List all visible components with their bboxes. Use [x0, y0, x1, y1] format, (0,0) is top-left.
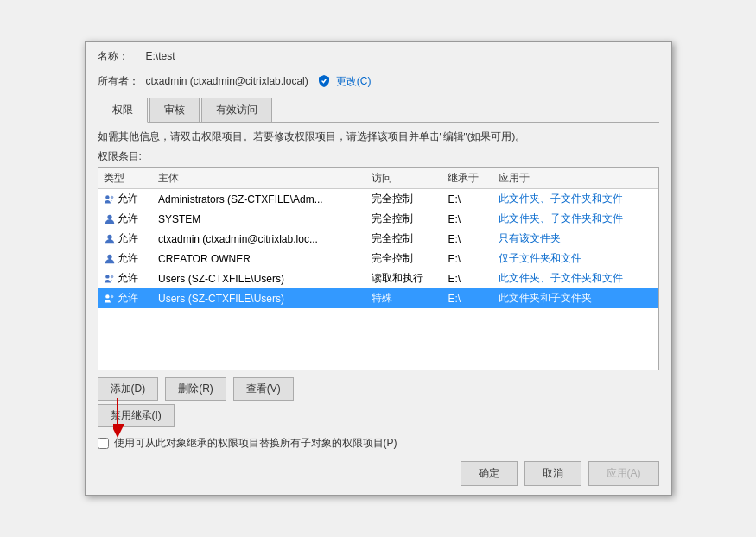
svg-point-2: [107, 214, 111, 218]
row-type-cell: 允许: [98, 209, 153, 229]
table-row[interactable]: 允许SYSTEM完全控制E:\此文件夹、子文件夹和文件: [98, 209, 658, 229]
cancel-button[interactable]: 取消: [524, 461, 581, 486]
ok-button[interactable]: 确定: [461, 461, 518, 486]
row-type-cell: 允许: [98, 249, 153, 268]
row-subject-cell: ctxadmin (ctxadmin@citrixlab.loc...: [153, 229, 367, 249]
view-button[interactable]: 查看(V): [233, 377, 294, 401]
svg-point-6: [110, 275, 113, 278]
row-inherit-cell: E:\: [442, 249, 493, 268]
col-type: 类型: [98, 168, 153, 189]
name-row: 名称： E:\test: [86, 42, 671, 67]
row-apply-cell: 此文件夹、子文件夹和文件: [493, 189, 658, 210]
row-type-cell: 允许: [98, 268, 153, 288]
delete-button[interactable]: 删除(R): [165, 377, 226, 401]
row-inherit-cell: E:\: [442, 209, 493, 229]
tabs-row: 权限 审核 有效访问: [98, 98, 659, 123]
row-subject-cell: SYSTEM: [153, 209, 367, 229]
change-owner-link[interactable]: 更改(C): [336, 74, 372, 89]
name-value: E:\test: [146, 50, 175, 62]
row-access-cell: 特殊: [366, 288, 442, 308]
col-apply: 应用于: [493, 168, 658, 189]
permission-table: 类型 主体 访问 继承于 应用于 允许Administrators (SZ-CT…: [98, 168, 658, 308]
row-apply-cell: 此文件夹和子文件夹: [493, 288, 658, 308]
row-access-cell: 读取和执行: [366, 268, 442, 288]
row-subject-cell: Users (SZ-CTXFILE\Users): [153, 268, 367, 288]
tab-permissions[interactable]: 权限: [98, 98, 148, 123]
owner-row: 所有者： ctxadmin (ctxadmin@citrixlab.local)…: [86, 67, 671, 92]
row-apply-cell: 只有该文件夹: [493, 229, 658, 249]
row-type-cell: 允许: [98, 288, 153, 308]
svg-point-1: [110, 195, 113, 199]
row-inherit-cell: E:\: [442, 268, 493, 288]
table-header-row: 类型 主体 访问 继承于 应用于: [98, 168, 658, 189]
table-row[interactable]: 允许Users (SZ-CTXFILE\Users)特殊E:\此文件夹和子文件夹: [98, 288, 658, 308]
row-access-cell: 完全控制: [366, 189, 442, 210]
row-subject-cell: CREATOR OWNER: [153, 249, 367, 268]
row-access-cell: 完全控制: [366, 249, 442, 268]
row-type-cell: 允许: [98, 229, 153, 249]
svg-point-5: [105, 275, 109, 278]
owner-value: ctxadmin (ctxadmin@citrixlab.local): [146, 75, 308, 87]
col-inherit: 继承于: [442, 168, 493, 189]
svg-point-3: [107, 234, 111, 238]
info-text: 如需其他信息，请双击权限项目。若要修改权限项目，请选择该项目并单击"编辑"(如果…: [86, 123, 671, 148]
row-apply-cell: 仅子文件夹和文件: [493, 249, 658, 268]
svg-point-7: [105, 294, 109, 298]
table-row[interactable]: 允许Users (SZ-CTXFILE\Users)读取和执行E:\此文件夹、子…: [98, 268, 658, 288]
section-label: 权限条目:: [86, 148, 671, 167]
row-apply-cell: 此文件夹、子文件夹和文件: [493, 209, 658, 229]
svg-point-4: [107, 254, 111, 258]
svg-point-8: [110, 294, 113, 298]
table-row[interactable]: 允许Administrators (SZ-CTXFILE\Adm...完全控制E…: [98, 189, 658, 210]
checkbox-row: 使用可从此对象继承的权限项目替换所有子对象的权限项目(P): [86, 433, 671, 454]
action-buttons-row: 添加(D) 删除(R) 查看(V): [86, 370, 671, 404]
row-access-cell: 完全控制: [366, 229, 442, 249]
checkbox-label: 使用可从此对象继承的权限项目替换所有子对象的权限项目(P): [114, 436, 397, 451]
row-apply-cell: 此文件夹、子文件夹和文件: [493, 268, 658, 288]
row-subject-cell: Users (SZ-CTXFILE\Users): [153, 288, 367, 308]
row-inherit-cell: E:\: [442, 189, 493, 210]
shield-icon: [317, 74, 331, 88]
col-access: 访问: [366, 168, 442, 189]
table-row[interactable]: 允许ctxadmin (ctxadmin@citrixlab.loc...完全控…: [98, 229, 658, 249]
add-btn-wrapper: 添加(D): [98, 377, 159, 401]
apply-button[interactable]: 应用(A): [588, 461, 659, 486]
col-subject: 主体: [153, 168, 367, 189]
row-inherit-cell: E:\: [442, 229, 493, 249]
name-label: 名称：: [98, 49, 141, 64]
add-button[interactable]: 添加(D): [98, 377, 159, 401]
row-inherit-cell: E:\: [442, 288, 493, 308]
row-subject-cell: Administrators (SZ-CTXFILE\Adm...: [153, 189, 367, 210]
owner-label: 所有者：: [98, 74, 141, 89]
table-row[interactable]: 允许CREATOR OWNER完全控制E:\仅子文件夹和文件: [98, 249, 658, 268]
tab-audit[interactable]: 审核: [149, 98, 200, 122]
permissions-dialog: 名称： E:\test 所有者： ctxadmin (ctxadmin@citr…: [85, 41, 672, 496]
row-type-cell: 允许: [98, 189, 153, 210]
row-access-cell: 完全控制: [366, 209, 442, 229]
bottom-buttons: 确定 取消 应用(A): [86, 454, 671, 495]
permission-table-container: 类型 主体 访问 继承于 应用于 允许Administrators (SZ-CT…: [98, 167, 659, 370]
svg-point-0: [105, 195, 109, 199]
tab-effective-access[interactable]: 有效访问: [201, 98, 272, 122]
inherit-btn-row: 禁用继承(I): [98, 404, 659, 427]
replace-permissions-checkbox[interactable]: [98, 438, 109, 449]
disable-inherit-button[interactable]: 禁用继承(I): [98, 404, 175, 427]
